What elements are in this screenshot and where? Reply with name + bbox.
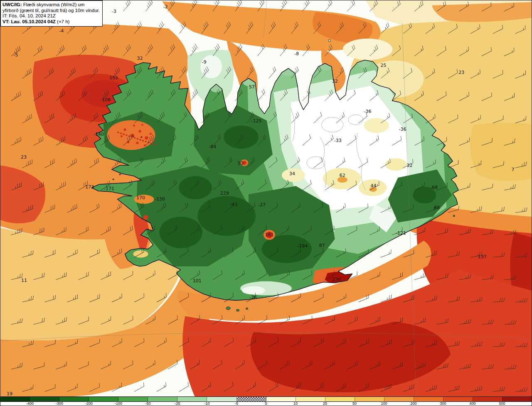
colorbar-tick-label: 500 bbox=[499, 402, 505, 406]
colorbar-tick-label: 50 bbox=[352, 402, 357, 406]
colorbar-segment bbox=[0, 397, 30, 401]
valid-time-bold: VT: Lau. 05.10.2024 04Z bbox=[2, 19, 56, 24]
flux-value-label: 34 bbox=[289, 171, 295, 176]
flux-value-label: 53 bbox=[238, 161, 244, 166]
colorbar-tick-label: -400 bbox=[26, 402, 34, 406]
colorbar-segment bbox=[207, 397, 236, 401]
flux-value-label: -2 bbox=[163, 4, 168, 10]
product-id: UWC/IG: bbox=[2, 2, 22, 7]
flux-value-label: 173 bbox=[85, 184, 94, 190]
flux-value-label: 23 bbox=[21, 154, 27, 160]
colorbar-tick-label: -200 bbox=[85, 402, 93, 406]
colorbar-segment bbox=[384, 397, 414, 401]
colorbar-segment bbox=[237, 397, 266, 401]
flux-value-label: 155 bbox=[109, 75, 118, 81]
flux-value-label: -33 bbox=[334, 138, 342, 143]
colorbar-segment bbox=[502, 397, 532, 401]
colorbar-segment bbox=[89, 397, 118, 401]
flux-value-label: -27 bbox=[258, 202, 266, 208]
flux-value-label: 229 bbox=[220, 191, 229, 196]
flux-value-label: 44 bbox=[371, 183, 377, 188]
title-box: UWC/IG: Flæði skynvarma (W/m2) um yfirbo… bbox=[0, 0, 103, 27]
flux-value-label: -121 bbox=[396, 230, 406, 236]
colorbar-tick-label: 300 bbox=[440, 402, 446, 406]
colorbar-segment bbox=[355, 397, 384, 401]
title-line-1: UWC/IG: Flæði skynvarma (W/m2) um bbox=[2, 2, 100, 8]
colorbar-tick-label: 400 bbox=[469, 402, 475, 406]
flux-value-label: 170 bbox=[136, 195, 145, 201]
flux-value-label: -8 bbox=[294, 51, 299, 56]
flux-value-label: -36 bbox=[364, 109, 372, 114]
valid-time-line: VT: Lau. 05.10.2024 04Z (+7 h) bbox=[2, 19, 100, 25]
flux-value-label: 87 bbox=[319, 243, 325, 248]
flux-value-label: 11 bbox=[21, 278, 27, 283]
colorbar-segment bbox=[59, 397, 89, 401]
colorbar-tick-label: -5 bbox=[235, 402, 238, 406]
flux-value-label: 101 bbox=[193, 278, 202, 284]
flux-value-label: 161 bbox=[265, 232, 274, 237]
colorbar-tick-label: -10 bbox=[204, 402, 209, 406]
colorbar-segment bbox=[266, 397, 296, 401]
flux-value-label: 57 bbox=[249, 84, 255, 90]
flux-value-label: -125 bbox=[251, 118, 262, 124]
flux-value-label: -84 bbox=[209, 144, 216, 149]
flux-value-label: 32 bbox=[332, 78, 338, 84]
title-line-1-text: Flæði skynvarma (W/m2) um bbox=[22, 2, 85, 7]
colorbar-legend: -400-300-200-100-50-25-10-55102550100200… bbox=[0, 396, 532, 406]
flux-value-label: 68 bbox=[434, 205, 440, 210]
flux-value-label: 32 bbox=[406, 163, 412, 168]
flux-value-label: 230 bbox=[332, 277, 341, 282]
flux-value-label: -5 bbox=[13, 52, 18, 58]
colorbar-segment bbox=[296, 397, 325, 401]
flux-value-label: -68 bbox=[430, 185, 438, 190]
flux-value-label: -171 bbox=[104, 186, 114, 191]
colorbar-segment bbox=[118, 397, 148, 401]
colorbar-tick-label: -25 bbox=[175, 402, 180, 406]
forecast-hour: (+7 h) bbox=[56, 19, 70, 24]
flux-value-label: -3 bbox=[112, 9, 116, 14]
flux-value-label: 19 bbox=[7, 391, 12, 396]
flux-value-label: -9 bbox=[202, 59, 207, 65]
flux-value-label: -130 bbox=[155, 196, 165, 202]
colorbar-segment bbox=[473, 397, 502, 401]
init-time-line: IT: Fös. 04. 10. 2024 21Z bbox=[2, 13, 100, 19]
colorbar-segment bbox=[443, 397, 473, 401]
colorbar-tick-labels: -400-300-200-100-50-25-10-55102550100200… bbox=[0, 402, 532, 406]
colorbar-segment bbox=[148, 397, 177, 401]
flux-value-label: 137 bbox=[478, 254, 487, 259]
colorbar-tick-label: -300 bbox=[56, 402, 63, 406]
flux-value-label: -140 bbox=[94, 132, 104, 137]
colorbar-segment bbox=[325, 397, 355, 401]
flux-value-label: 7 bbox=[512, 167, 515, 172]
flux-value-label: 32 bbox=[137, 56, 143, 61]
flux-value-label: 62 bbox=[340, 173, 345, 178]
colorbar-segment bbox=[30, 397, 59, 401]
weather-map: -3-2-4-5-8-93225231555732108-36-125-36-1… bbox=[0, 0, 532, 406]
flux-value-label: -41 bbox=[230, 202, 238, 207]
title-line-2: yfirborð (grænt til, gul/rautt frá) og 1… bbox=[2, 8, 100, 14]
flux-value-label: 23 bbox=[458, 70, 464, 75]
colorbar-tick-label: 5 bbox=[265, 402, 267, 406]
colorbar-segment bbox=[177, 397, 207, 401]
colorbar-tick-label: -100 bbox=[115, 402, 122, 406]
colorbar-tick-label: 10 bbox=[293, 402, 298, 406]
flux-value-label: -4 bbox=[59, 28, 64, 34]
map-canvas: -3-2-4-5-8-93225231555732108-36-125-36-1… bbox=[0, 0, 532, 406]
flux-value-label: 108 bbox=[102, 98, 111, 103]
flux-value-label: -26 bbox=[249, 295, 257, 300]
flux-value-label: 25 bbox=[381, 63, 387, 68]
colorbar-tick-label: 200 bbox=[410, 402, 416, 406]
colorbar-tick-label: 100 bbox=[381, 402, 387, 406]
colorbar-tick-label: -50 bbox=[145, 402, 150, 406]
colorbar-tick-label: 25 bbox=[323, 402, 327, 406]
flux-value-label: -194 bbox=[297, 243, 308, 249]
flux-value-label: -36 bbox=[399, 127, 406, 132]
colorbar-segment bbox=[414, 397, 443, 401]
